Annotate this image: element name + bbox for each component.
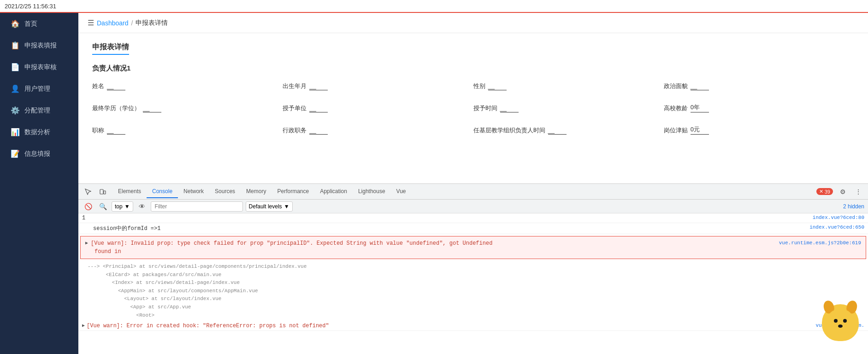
sidebar-item-report-review[interactable]: 📄 申报表审核: [0, 56, 78, 78]
corgi-face: [827, 309, 854, 334]
line-file[interactable]: index.vue?6ced:80: [813, 215, 864, 220]
line-file[interactable]: index.vue?6ced:650: [809, 224, 864, 230]
expand-arrow-icon[interactable]: ▶: [85, 240, 88, 246]
field-birthdate: 出生年月 __: [283, 82, 473, 90]
field-label-allowance: 岗位津贴: [664, 126, 688, 135]
tab-vue[interactable]: Vue: [391, 185, 412, 198]
stack-line-7: <Root>: [88, 312, 859, 320]
tab-memory[interactable]: Memory: [241, 185, 272, 198]
hidden-count: 2 hidden: [843, 203, 864, 210]
field-label-political: 政治面貌: [664, 82, 688, 90]
error-file[interactable]: vue.runtime.esm.js?2b0e:619: [779, 240, 861, 246]
devtools-settings-icon[interactable]: ⚙: [837, 186, 849, 198]
field-value-allowance: 0元: [691, 125, 709, 135]
corgi-body: [822, 304, 859, 341]
field-value-org-time: __: [548, 127, 567, 135]
tab-performance[interactable]: Performance: [272, 185, 314, 198]
field-value-teaching-age: 0年: [691, 103, 709, 112]
tab-console[interactable]: Console: [147, 185, 178, 198]
tab-network[interactable]: Network: [178, 185, 209, 198]
field-value-title: __: [107, 127, 125, 135]
alloc-manage-icon: ⚙️: [11, 106, 20, 115]
main-area: ☰ Dashboard / 申报表详情 申报表详情 负责人情况1 姓名 __ 出…: [78, 13, 868, 354]
devtools-more-icon[interactable]: ⋮: [852, 186, 864, 198]
sidebar-item-label: 信息填报: [24, 150, 50, 158]
corgi-avatar: [822, 304, 859, 341]
field-value-birthdate: __: [309, 83, 328, 90]
sidebar: 🏠 首页 📋 申报表填报 📄 申报表审核 👤 用户管理 ⚙️ 分配管理 📊 数据…: [0, 13, 78, 354]
stack-line-2: <ElCard> at packages/card/src/main.vue: [88, 271, 859, 279]
tab-lighthouse[interactable]: Lighthouse: [353, 185, 391, 198]
menu-icon[interactable]: ☰: [88, 18, 94, 27]
clear-console-icon[interactable]: 🚫: [82, 201, 94, 212]
page-title: 申报表详情: [92, 42, 129, 55]
form-row-2: 最终学历（学位） __ 授予单位 __ 授予时间 __ 高校教龄 0年: [92, 103, 854, 112]
field-gender: 性别 __: [473, 82, 664, 90]
filter-icon[interactable]: 🔍: [97, 201, 109, 212]
field-allowance: 岗位津贴 0元: [664, 125, 854, 135]
top-bar: 2021/2/25 11:56:31: [0, 0, 868, 13]
devtools-device-icon[interactable]: [97, 186, 109, 198]
field-education: 最终学历（学位） __: [92, 104, 283, 112]
field-label-admin-position: 行政职务: [283, 126, 307, 135]
corgi-eye-right: [843, 319, 847, 323]
field-value-gender: __: [488, 83, 507, 90]
form-row-1: 姓名 __ 出生年月 __ 性别 __ 政治面貌 __: [92, 82, 854, 90]
report-review-icon: 📄: [11, 63, 20, 71]
field-admin-position: 行政职务 __: [283, 126, 473, 135]
field-title: 职称 __: [92, 126, 283, 135]
field-label-grant-unit: 授予单位: [283, 104, 307, 112]
sidebar-item-alloc-manage[interactable]: ⚙️ 分配管理: [0, 100, 78, 121]
error-count: 39: [825, 189, 830, 195]
devtools-toolbar: 🚫 🔍 top ▼ 👁 Default levels ▼ 2 hidden: [78, 200, 868, 213]
console-line-1: 1 index.vue?6ced:80: [78, 213, 868, 223]
levels-selector[interactable]: Default levels ▼: [246, 201, 293, 212]
stack-trace: ---> <Principal> at src/views/detail-pag…: [78, 261, 868, 321]
eye-icon[interactable]: 👁: [136, 201, 148, 212]
stack-line-5: <Layout> at src/layout/index.vue: [88, 295, 859, 303]
tab-sources[interactable]: Sources: [209, 185, 241, 198]
devtools-left-icons: [82, 186, 109, 198]
sidebar-item-home[interactable]: 🏠 首页: [0, 13, 78, 35]
tab-elements[interactable]: Elements: [112, 185, 147, 198]
corgi-eye-left: [834, 319, 838, 323]
context-selector[interactable]: top ▼: [112, 201, 133, 212]
stack-line-3: <Index> at src/views/detail-page/index.v…: [88, 279, 859, 287]
field-value-grant-unit: __: [309, 105, 328, 112]
svg-rect-0: [100, 189, 103, 194]
corgi-nose: [838, 324, 843, 328]
devtools-tabs-right: ✕ 39 ⚙ ⋮: [816, 186, 864, 198]
error-found-in: found in: [85, 248, 861, 255]
sidebar-item-label: 申报表填报: [24, 41, 57, 50]
breadcrumb-home[interactable]: Dashboard: [97, 19, 129, 27]
devtools-inspect-icon[interactable]: [82, 186, 94, 198]
devtools-tabs-bar: Elements Console Network Sources Memory …: [78, 184, 868, 200]
main-header: ☰ Dashboard / 申报表详情: [78, 13, 868, 33]
info-fill-icon: 📝: [11, 149, 20, 158]
console-line-2: session中的formId =>1 index.vue?6ced:650: [78, 223, 868, 234]
levels-label: Default levels: [249, 203, 282, 210]
tab-application[interactable]: Application: [314, 185, 353, 198]
sidebar-item-label: 申报表审核: [24, 63, 57, 71]
svg-rect-1: [104, 191, 106, 194]
sidebar-item-label: 用户管理: [24, 85, 50, 93]
field-grant-time: 授予时间 __: [473, 104, 664, 112]
field-value-education: __: [143, 105, 161, 112]
breadcrumb-current: 申报表详情: [136, 19, 168, 27]
sidebar-item-report-fill[interactable]: 📋 申报表填报: [0, 35, 78, 56]
field-label-gender: 性别: [473, 82, 485, 90]
breadcrumb-separator: /: [131, 19, 133, 27]
sidebar-item-user-manage[interactable]: 👤 用户管理: [0, 78, 78, 100]
form-row-3: 职称 __ 行政职务 __ 任基层教学组织负责人时间 __ 岗位津贴 0元: [92, 125, 854, 135]
field-name: 姓名 __: [92, 82, 283, 90]
error-message: [Vue warn]: Invalid prop: type check fai…: [91, 240, 492, 247]
content-body: 申报表详情 负责人情况1 姓名 __ 出生年月 __ 性别 __ 政治面貌: [78, 33, 868, 183]
report-fill-icon: 📋: [11, 41, 20, 50]
sidebar-item-info-fill[interactable]: 📝 信息填报: [0, 143, 78, 165]
line-text: session中的formId =>1: [93, 224, 808, 232]
field-label-teaching-age: 高校教龄: [664, 104, 688, 112]
sidebar-item-data-analysis[interactable]: 📊 数据分析: [0, 121, 78, 143]
filter-input[interactable]: [151, 201, 243, 212]
app-container: 🏠 首页 📋 申报表填报 📄 申报表审核 👤 用户管理 ⚙️ 分配管理 📊 数据…: [0, 13, 868, 354]
warn-expand-icon[interactable]: ▶: [82, 323, 85, 328]
